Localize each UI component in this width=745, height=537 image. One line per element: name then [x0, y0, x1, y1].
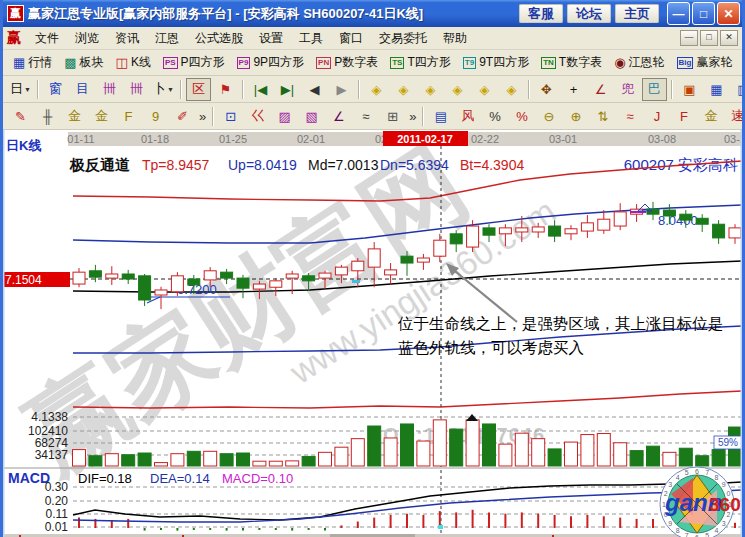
chart-area[interactable]: 赢家财富网www.yingjia360.comQQ:173145764601-1… — [3, 130, 742, 537]
wave-line-icon: ≈ — [626, 109, 633, 124]
hash-rule-icon[interactable]: ╫ — [35, 105, 60, 128]
p-square-button[interactable]: PSP四方形 — [158, 52, 230, 73]
maximize-button[interactable]: □ — [692, 2, 715, 25]
gold-circle1-icon[interactable]: ⊖ — [536, 105, 561, 128]
candle-body — [188, 279, 200, 285]
indicator-name: 极反通道 — [69, 156, 131, 173]
minimize-button[interactable]: — — [667, 2, 690, 25]
gann-head-icon[interactable]: 兜 — [615, 78, 640, 101]
homepage-button[interactable]: 主页 — [615, 4, 659, 23]
menu-item-1[interactable]: 浏览 — [67, 28, 107, 49]
shrink-horizontal-icon[interactable]: ◈ — [445, 78, 470, 101]
period-day-dropdown[interactable]: 日▼ — [8, 78, 33, 101]
marker-dropdown[interactable]: 卜▼ — [151, 78, 176, 101]
t9-square-button[interactable]: T99T四方形 — [458, 52, 534, 73]
menu-item-0[interactable]: 文件 — [27, 28, 67, 49]
menu-item-5[interactable]: 设置 — [251, 28, 291, 49]
menu-item-8[interactable]: 交易委托 — [371, 28, 435, 49]
customer-service-button[interactable]: 客服 — [519, 4, 563, 23]
info-list-icon[interactable]: 目 — [70, 78, 95, 101]
chart-small9-icon[interactable]: 卌 — [124, 78, 149, 101]
shrink-right-icon[interactable]: ◈ — [391, 78, 416, 101]
percent-red-icon[interactable]: % — [509, 105, 534, 128]
doc-minimize-button[interactable]: — — [680, 30, 698, 46]
toolbar-overflow-icon[interactable]: » — [738, 55, 745, 70]
calendar-icon[interactable]: ▣ — [677, 78, 702, 101]
crosshair-macd-tick — [438, 525, 443, 529]
calculator-icon[interactable]: ▦ — [704, 78, 729, 101]
quotes-button[interactable]: ▦行情 — [8, 52, 57, 73]
menu-item-2[interactable]: 资讯 — [107, 28, 147, 49]
toolbar-overflow-icon[interactable]: » — [406, 109, 419, 124]
gold-circle2-icon[interactable]: ⊕ — [563, 105, 588, 128]
gann-fan-icon[interactable]: 巜 — [245, 105, 270, 128]
close-button[interactable]: ✕ — [717, 2, 740, 25]
volume-bar — [253, 461, 266, 466]
price-square-icon[interactable]: ▨ — [272, 105, 297, 128]
notebook-icon[interactable]: ▥ — [731, 78, 745, 101]
toolbar-overflow-icon[interactable]: » — [196, 109, 209, 124]
gold-grid1-icon[interactable]: 金 — [62, 105, 87, 128]
t-square-button[interactable]: TST四方形 — [385, 52, 456, 73]
blocks-icon: ▩ — [64, 55, 76, 70]
speed-angle-icon[interactable]: 速 — [725, 105, 745, 128]
shrink-left-icon[interactable]: ◈ — [364, 78, 389, 101]
expand-horizontal-icon[interactable]: ◈ — [418, 78, 443, 101]
t-number-button[interactable]: TNT数字表 — [536, 52, 607, 73]
flag-icon[interactable]: ⚑ — [213, 78, 238, 101]
marker-pen-icon[interactable]: ✐ — [170, 105, 195, 128]
menu-item-7[interactable]: 窗口 — [331, 28, 371, 49]
time-square-icon[interactable]: ▧ — [299, 105, 324, 128]
window-layout-icon[interactable]: 窗 — [43, 78, 68, 101]
doc-close-button[interactable]: ✕ — [720, 30, 738, 46]
percent-icon[interactable]: % — [482, 105, 507, 128]
zoom-out-icon[interactable]: ◈ — [499, 78, 524, 101]
gold-angle-icon[interactable]: 金 — [698, 105, 723, 128]
volume-bar — [171, 454, 184, 466]
gold-grid2-icon[interactable]: 金 — [89, 105, 114, 128]
grid-tool-icon[interactable]: ⊞ — [380, 105, 405, 128]
angle-line-icon[interactable]: ∠ — [326, 105, 351, 128]
volume-bar — [105, 454, 118, 466]
next-bar-icon[interactable]: ▶ — [329, 78, 354, 101]
cycle-tool-icon[interactable]: 巴 — [642, 78, 667, 101]
last-bar-icon[interactable]: ▶| — [275, 78, 300, 101]
menu-item-9[interactable]: 帮助 — [435, 28, 475, 49]
f-grid-icon[interactable]: F — [116, 105, 141, 128]
red-frame-icon[interactable]: 区 — [186, 78, 211, 101]
chart-small3-icon[interactable]: 卌 — [97, 78, 122, 101]
box-tool-icon[interactable]: ⊡ — [218, 105, 243, 128]
f-angle-icon[interactable]: F — [671, 105, 696, 128]
forum-button[interactable]: 论坛 — [567, 4, 611, 23]
doc-restore-button[interactable]: □ — [700, 30, 718, 46]
candle-body — [565, 229, 577, 234]
wave-line-icon[interactable]: ≈ — [617, 105, 642, 128]
nine-grid-icon[interactable]: 9 — [143, 105, 168, 128]
winner-wheel-button[interactable]: Big赢家轮 — [672, 52, 738, 73]
gann-head-icon: 兜 — [621, 80, 634, 98]
p9-square-button[interactable]: P99P四方形 — [232, 52, 309, 73]
menu-logo-icon: 赢 — [7, 29, 21, 47]
zigzag-icon[interactable]: ≈ — [353, 105, 378, 128]
pencil-icon[interactable]: ✎ — [8, 105, 33, 128]
menu-item-6[interactable]: 工具 — [291, 28, 331, 49]
zoom-in-icon[interactable]: ◈ — [472, 78, 497, 101]
drawing-toolbar: ✎╫金金F9✐»⊡巜▨▧∠≈⊞»▤风%%⊖⊕⇅≈JF金速顶乙 — [3, 103, 742, 130]
menu-item-3[interactable]: 江恩 — [147, 28, 187, 49]
hand-tool-icon[interactable]: ✥ — [534, 78, 559, 101]
crosshair-tool-icon[interactable]: + — [561, 78, 586, 101]
kline-button[interactable]: ◫K线 — [111, 52, 156, 73]
gann-wheel-button[interactable]: ◉江恩轮 — [609, 52, 669, 73]
angle-tool-icon[interactable]: ∠ — [588, 78, 613, 101]
p-number-button[interactable]: PNP数字表 — [311, 52, 383, 73]
blocks-button[interactable]: ▩板块 — [59, 52, 108, 73]
candle-body — [89, 271, 101, 277]
menu-item-4[interactable]: 公式选股 — [187, 28, 251, 49]
stats-icon[interactable]: ▤ — [428, 105, 453, 128]
prev-bar-icon[interactable]: ◀ — [302, 78, 327, 101]
gold-circle2-icon: ⊕ — [571, 109, 582, 124]
j-angle-icon[interactable]: J — [644, 105, 669, 128]
wind-percent-icon[interactable]: 风 — [455, 105, 480, 128]
gold-updown-icon[interactable]: ⇅ — [590, 105, 615, 128]
first-bar-icon[interactable]: |◀ — [248, 78, 273, 101]
